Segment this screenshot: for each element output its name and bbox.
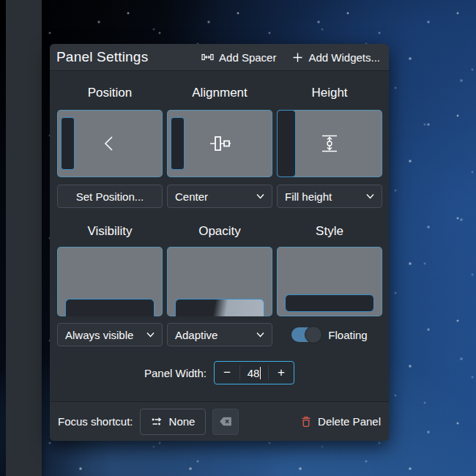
delete-panel-button[interactable]: Delete Panel [300,415,381,428]
fill-height-icon [278,111,382,176]
alignment-preview [167,110,272,177]
add-widgets-button[interactable]: Add Widgets... [292,51,380,64]
opacity-preview-panel-bar [175,299,264,316]
align-center-icon [168,111,272,176]
floating-toggle[interactable] [291,327,321,342]
backspace-icon [219,417,232,426]
set-position-button[interactable]: Set Position... [57,185,163,208]
style-preview [277,247,382,316]
dialog-title: Panel Settings [56,49,148,65]
position-preview [57,110,163,177]
panel-settings-dialog: Panel Settings Add Spacer Add Widgets...… [50,44,389,441]
floating-row: Floating [277,323,382,346]
dialog-header: Panel Settings Add Spacer Add Widgets... [50,44,389,71]
spacer-icon [201,51,214,63]
trash-icon [300,415,312,428]
visibility-selected-value: Always visible [65,329,146,341]
text-caret [260,367,261,379]
opacity-select[interactable]: Adaptive [167,323,272,346]
height-label: Height [277,85,382,101]
visibility-label: Visibility [57,223,163,239]
style-label: Style [277,223,382,239]
delete-panel-label: Delete Panel [318,415,381,428]
chevron-down-icon [366,193,374,199]
style-preview-panel-bar [285,294,374,312]
focus-shortcut-value: None [169,415,196,428]
clear-shortcut-button[interactable] [212,409,239,435]
set-position-label: Set Position... [76,190,144,203]
visibility-preview-panel-bar [65,299,155,316]
visibility-preview [57,247,163,316]
panel-width-spinbox: − 48 + [214,361,294,384]
decrement-button[interactable]: − [215,362,239,384]
desktop-panel[interactable] [6,0,42,476]
focus-shortcut-button[interactable]: None [140,409,207,435]
dialog-footer: Focus shortcut: None [50,401,389,441]
add-widgets-label: Add Widgets... [308,51,380,64]
add-spacer-label: Add Spacer [219,51,276,64]
panel-width-input[interactable]: 48 [240,362,268,384]
height-selected-value: Fill height [285,190,366,203]
chevron-down-icon [146,332,155,338]
increment-button[interactable]: + [269,362,294,384]
height-select[interactable]: Fill height [277,185,382,208]
shortcut-icon [151,416,163,428]
chevron-left-icon [58,111,162,176]
floating-toggle-label: Floating [328,329,367,341]
chevron-down-icon [256,193,264,199]
toggle-knob [305,326,322,343]
panel-width-row: Panel Width: − 48 + [50,361,389,384]
alignment-selected-value: Center [175,190,256,203]
opacity-preview [167,247,272,316]
chevron-down-icon [256,332,264,338]
alignment-label: Alignment [167,85,272,101]
position-label: Position [57,85,163,101]
height-preview [277,110,382,177]
add-spacer-button[interactable]: Add Spacer [201,51,276,64]
panel-width-value: 48 [248,367,260,379]
opacity-selected-value: Adaptive [175,329,256,341]
opacity-label: Opacity [167,223,272,239]
panel-width-label: Panel Width: [144,367,207,379]
focus-shortcut-label: Focus shortcut: [58,415,133,428]
alignment-select[interactable]: Center [167,185,272,208]
plus-icon [292,52,303,63]
visibility-select[interactable]: Always visible [57,323,163,346]
